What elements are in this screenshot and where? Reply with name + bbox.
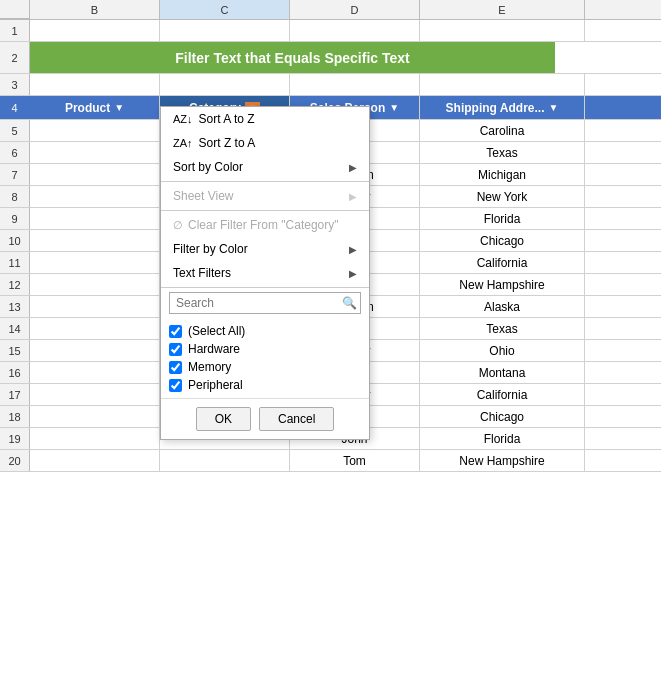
shipping-filter-icon[interactable]: ▼ <box>548 102 558 113</box>
separator-3 <box>161 287 369 288</box>
cell-address: Texas <box>420 142 585 163</box>
sort-color-arrow: ▶ <box>349 162 357 173</box>
separator-1 <box>161 181 369 182</box>
separator-2 <box>161 210 369 211</box>
cell-address: Alaska <box>420 296 585 317</box>
cell-sales: Tom <box>290 450 420 471</box>
header-product: Product ▼ <box>30 96 160 119</box>
text-filters-item[interactable]: Text Filters ▶ <box>161 261 369 285</box>
row-num: 8 <box>0 186 30 207</box>
shipping-label: Shipping Addre... <box>446 101 545 115</box>
row-num-4: 4 <box>0 96 30 119</box>
cell-3e <box>420 74 585 95</box>
row-num: 9 <box>0 208 30 229</box>
header-shipping: Shipping Addre... ▼ <box>420 96 585 119</box>
cell-address: California <box>420 384 585 405</box>
row-num: 11 <box>0 252 30 273</box>
row-num-2: 2 <box>0 42 30 73</box>
cell-1b <box>30 20 160 41</box>
hardware-checkbox[interactable] <box>169 343 182 356</box>
cell-1d <box>290 20 420 41</box>
row-num: 5 <box>0 120 30 141</box>
cell-product <box>30 296 160 317</box>
cell-address: Michigan <box>420 164 585 185</box>
sales-filter-icon[interactable]: ▼ <box>389 102 399 113</box>
clear-filter-icon: ∅ <box>173 219 183 232</box>
cell-product <box>30 120 160 141</box>
checkbox-select-all[interactable]: (Select All) <box>169 322 361 340</box>
table-row: 20 Tom New Hampshire <box>0 450 661 472</box>
cell-product <box>30 428 160 449</box>
row-num: 7 <box>0 164 30 185</box>
row-num: 14 <box>0 318 30 339</box>
row-num-1: 1 <box>0 20 30 41</box>
sort-az-icon: AZ↓ <box>173 113 193 125</box>
peripheral-checkbox[interactable] <box>169 379 182 392</box>
filter-color-item[interactable]: Filter by Color ▶ <box>161 237 369 261</box>
cell-product <box>30 230 160 251</box>
col-header-e: E <box>420 0 585 19</box>
cell-3d <box>290 74 420 95</box>
search-box: 🔍 <box>169 292 361 314</box>
row-num: 15 <box>0 340 30 361</box>
cell-address: New York <box>420 186 585 207</box>
col-header-c: C <box>160 0 290 19</box>
cell-address: New Hampshire <box>420 274 585 295</box>
search-icon: 🔍 <box>342 296 357 310</box>
sort-color-item[interactable]: Sort by Color ▶ <box>161 155 369 179</box>
cell-product <box>30 340 160 361</box>
row-num: 12 <box>0 274 30 295</box>
cell-product <box>30 208 160 229</box>
cell-1c <box>160 20 290 41</box>
row-num: 17 <box>0 384 30 405</box>
cell-address: Carolina <box>420 120 585 141</box>
filter-dropdown: AZ↓ Sort A to Z ZA↑ Sort Z to A Sort by … <box>160 106 370 440</box>
cancel-button[interactable]: Cancel <box>259 407 334 431</box>
sort-za-icon: ZA↑ <box>173 137 193 149</box>
clear-filter-label: Clear Filter From "Category" <box>188 218 339 232</box>
text-filters-label: Text Filters <box>173 266 231 280</box>
row-num: 18 <box>0 406 30 427</box>
cell-product <box>30 186 160 207</box>
ok-button[interactable]: OK <box>196 407 251 431</box>
corner-cell <box>0 0 30 19</box>
row-3: 3 <box>0 74 661 96</box>
row-num: 20 <box>0 450 30 471</box>
hardware-label: Hardware <box>188 342 240 356</box>
cell-address: Chicago <box>420 406 585 427</box>
product-filter-icon[interactable]: ▼ <box>114 102 124 113</box>
cell-3c <box>160 74 290 95</box>
col-header-b: B <box>30 0 160 19</box>
cell-product <box>30 274 160 295</box>
cell-product <box>30 252 160 273</box>
select-all-label: (Select All) <box>188 324 245 338</box>
cell-product <box>30 142 160 163</box>
cell-product <box>30 318 160 339</box>
clear-filter-item: ∅ Clear Filter From "Category" <box>161 213 369 237</box>
checkbox-peripheral[interactable]: Peripheral <box>169 376 361 394</box>
memory-checkbox[interactable] <box>169 361 182 374</box>
select-all-checkbox[interactable] <box>169 325 182 338</box>
row-num: 6 <box>0 142 30 163</box>
sort-za-item[interactable]: ZA↑ Sort Z to A <box>161 131 369 155</box>
checkbox-memory[interactable]: Memory <box>169 358 361 376</box>
search-input[interactable] <box>169 292 361 314</box>
cell-address: New Hampshire <box>420 450 585 471</box>
cell-category <box>160 450 290 471</box>
menu-buttons: OK Cancel <box>161 398 369 439</box>
sheet-view-label: Sheet View <box>173 189 234 203</box>
row-1: 1 <box>0 20 661 42</box>
product-label: Product <box>65 101 110 115</box>
sort-az-label: Sort A to Z <box>199 112 255 126</box>
row-num: 19 <box>0 428 30 449</box>
cell-address: Texas <box>420 318 585 339</box>
cell-address: Florida <box>420 208 585 229</box>
cell-address: Montana <box>420 362 585 383</box>
row-num-3: 3 <box>0 74 30 95</box>
checkbox-hardware[interactable]: Hardware <box>169 340 361 358</box>
filter-color-arrow: ▶ <box>349 244 357 255</box>
sort-az-item[interactable]: AZ↓ Sort A to Z <box>161 107 369 131</box>
checkbox-list: (Select All) Hardware Memory Peripheral <box>161 318 369 398</box>
row-2: 2 Filter Text that Equals Specific Text <box>0 42 661 74</box>
sort-color-label: Sort by Color <box>173 160 243 174</box>
